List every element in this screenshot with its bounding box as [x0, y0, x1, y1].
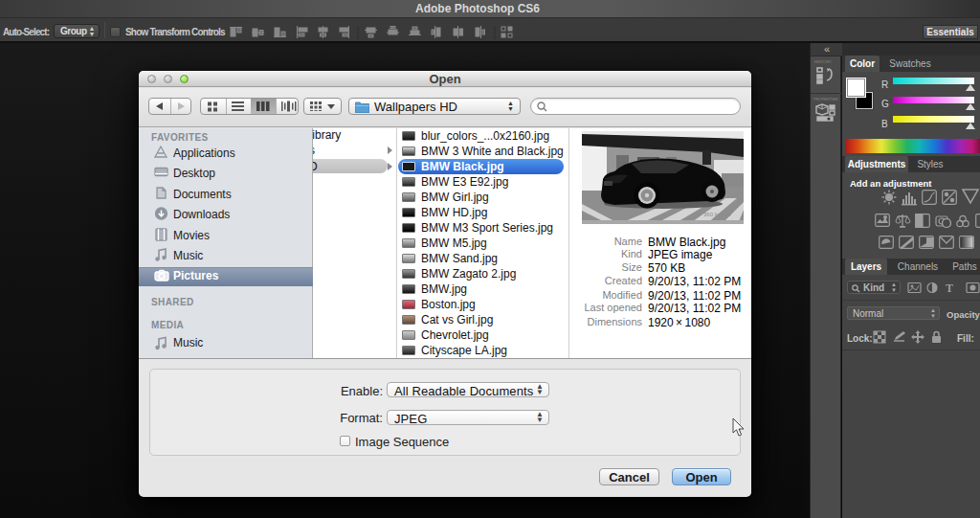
svg-text:360 forged: 360 forged — [703, 212, 731, 217]
svg-text:T: T — [946, 282, 953, 294]
